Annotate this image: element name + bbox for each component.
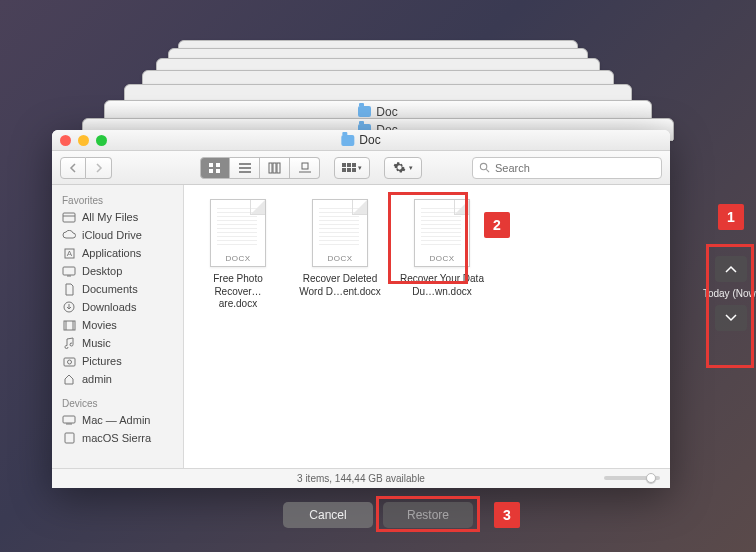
close-icon[interactable]: [60, 135, 71, 146]
svg-rect-5: [273, 163, 276, 173]
file-item[interactable]: DOCX Recover Your Data Du…wn.docx: [400, 199, 484, 298]
docx-icon: DOCX: [414, 199, 470, 267]
pictures-icon: [62, 355, 76, 367]
sidebar-item-music[interactable]: Music: [52, 334, 183, 352]
svg-rect-8: [342, 163, 346, 167]
window-title: Doc: [359, 133, 380, 147]
sidebar-section-devices: Devices: [52, 394, 183, 411]
annotation-number-3: 3: [494, 502, 520, 528]
svg-rect-13: [352, 168, 356, 172]
restore-button[interactable]: Restore: [383, 502, 473, 528]
toolbar: ▾ ▾: [52, 151, 670, 185]
sidebar-item-label: All My Files: [82, 211, 138, 223]
status-text: 3 items, 144,44 GB available: [297, 473, 425, 484]
file-browser[interactable]: DOCX Free Photo Recover…are.docx DOCX Re…: [184, 185, 670, 468]
sidebar-item-mac[interactable]: Mac — Admin: [52, 411, 183, 429]
disk-icon: [62, 432, 76, 444]
timeline-label: Today (Now): [703, 288, 756, 299]
svg-rect-7: [302, 163, 308, 169]
svg-rect-4: [269, 163, 272, 173]
arrange-button[interactable]: ▾: [334, 157, 370, 179]
sidebar-item-label: Documents: [82, 283, 138, 295]
timeline-next-button[interactable]: [715, 305, 747, 331]
file-item[interactable]: DOCX Recover Deleted Word D…ent.docx: [298, 199, 382, 298]
svg-rect-11: [342, 168, 346, 172]
sidebar-item-label: Movies: [82, 319, 117, 331]
docx-icon: DOCX: [210, 199, 266, 267]
sidebar-item-label: Applications: [82, 247, 141, 259]
sidebar-item-all-my-files[interactable]: All My Files: [52, 208, 183, 226]
search-field[interactable]: [472, 157, 662, 179]
sidebar-item-applications[interactable]: AApplications: [52, 244, 183, 262]
svg-rect-12: [347, 168, 351, 172]
stacked-window-title: Doc: [376, 105, 397, 119]
back-button[interactable]: [60, 157, 86, 179]
svg-rect-2: [209, 169, 213, 173]
sidebar-item-label: macOS Sierra: [82, 432, 151, 444]
svg-point-22: [67, 360, 71, 364]
sidebar-item-pictures[interactable]: Pictures: [52, 352, 183, 370]
svg-rect-24: [65, 433, 74, 443]
movies-icon: [62, 319, 76, 331]
docx-icon: DOCX: [312, 199, 368, 267]
sidebar-item-admin[interactable]: admin: [52, 370, 183, 388]
action-button[interactable]: ▾: [384, 157, 422, 179]
documents-icon: [62, 283, 76, 295]
forward-button[interactable]: [86, 157, 112, 179]
sidebar-item-documents[interactable]: Documents: [52, 280, 183, 298]
timeline-prev-button[interactable]: [715, 256, 747, 282]
sidebar-item-label: iCloud Drive: [82, 229, 142, 241]
search-icon: [479, 162, 490, 173]
annotation-number-2: 2: [484, 212, 510, 238]
svg-rect-0: [209, 163, 213, 167]
status-bar: 3 items, 144,44 GB available: [52, 468, 670, 488]
titlebar[interactable]: Doc: [52, 130, 670, 151]
file-item[interactable]: DOCX Free Photo Recover…are.docx: [196, 199, 280, 311]
minimize-icon[interactable]: [78, 135, 89, 146]
sidebar-section-favorites: Favorites: [52, 191, 183, 208]
svg-point-14: [480, 163, 486, 169]
home-icon: [62, 373, 76, 385]
search-input[interactable]: [495, 162, 655, 174]
folder-icon: [341, 135, 354, 146]
annotation-number-1: 1: [718, 204, 744, 230]
view-icons-button[interactable]: [200, 157, 230, 179]
svg-rect-1: [216, 163, 220, 167]
svg-rect-15: [63, 213, 75, 222]
file-name: Recover Deleted Word D…ent.docx: [298, 273, 382, 298]
sidebar-item-label: Pictures: [82, 355, 122, 367]
sidebar-item-label: admin: [82, 373, 112, 385]
svg-rect-18: [63, 267, 75, 275]
downloads-icon: [62, 301, 76, 313]
computer-icon: [62, 414, 76, 426]
folder-icon: [358, 106, 371, 117]
svg-rect-21: [64, 358, 75, 366]
view-columns-button[interactable]: [260, 157, 290, 179]
zoom-icon[interactable]: [96, 135, 107, 146]
sidebar-item-movies[interactable]: Movies: [52, 316, 183, 334]
sidebar-item-downloads[interactable]: Downloads: [52, 298, 183, 316]
icon-size-slider[interactable]: [604, 476, 660, 480]
applications-icon: A: [62, 247, 76, 259]
timeline-nav: Today (Now): [714, 256, 748, 331]
view-coverflow-button[interactable]: [290, 157, 320, 179]
sidebar-item-desktop[interactable]: Desktop: [52, 262, 183, 280]
svg-rect-23: [63, 416, 75, 423]
svg-rect-10: [352, 163, 356, 167]
file-name: Free Photo Recover…are.docx: [196, 273, 280, 311]
svg-text:A: A: [66, 249, 72, 258]
cloud-icon: [62, 229, 76, 241]
all-files-icon: [62, 211, 76, 223]
sidebar-item-macos[interactable]: macOS Sierra: [52, 429, 183, 447]
svg-rect-9: [347, 163, 351, 167]
file-name: Recover Your Data Du…wn.docx: [400, 273, 484, 298]
desktop-icon: [62, 265, 76, 277]
view-list-button[interactable]: [230, 157, 260, 179]
finder-window: Doc ▾ ▾ Favorites All My Files iCloud Dr…: [52, 130, 670, 488]
sidebar-item-icloud[interactable]: iCloud Drive: [52, 226, 183, 244]
svg-rect-6: [277, 163, 280, 173]
cancel-button[interactable]: Cancel: [283, 502, 373, 528]
svg-rect-3: [216, 169, 220, 173]
sidebar-item-label: Music: [82, 337, 111, 349]
music-icon: [62, 337, 76, 349]
